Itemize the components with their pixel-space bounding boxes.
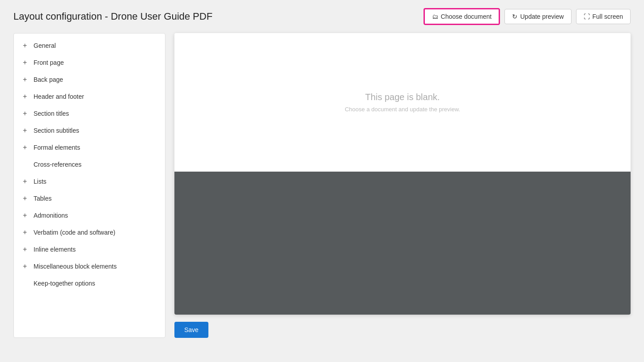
sidebar-item-back-page[interactable]: + Back page [14,71,165,88]
sidebar-item-label: Header and footer [34,93,84,100]
sidebar-item-formal-elements[interactable]: + Formal elements [14,139,165,156]
expand-icon: + [23,59,29,66]
page-header: Layout configuration - Drone User Guide … [0,0,644,33]
sidebar-item-label: Admonitions [34,212,68,219]
sidebar-item-inline-elements[interactable]: + Inline elements [14,241,165,258]
sidebar-item-label: Section subtitles [34,127,79,134]
sidebar-item-label: Verbatim (code and software) [34,229,115,236]
fullscreen-icon: ⛶ [584,13,590,20]
sidebar-item-misc-block[interactable]: + Miscellaneous block elements [14,258,165,275]
sidebar-item-label: Keep-together options [34,280,95,287]
sidebar-item-label: Tables [34,195,51,202]
fullscreen-button[interactable]: ⛶ Full screen [576,9,631,24]
refresh-icon: ↻ [512,13,517,20]
toolbar: 🗂 Choose document ↻ Update preview ⛶ Ful… [424,8,631,25]
expand-icon: + [23,212,29,219]
sidebar-item-cross-references[interactable]: Cross-references [14,156,165,173]
blank-subtitle: Choose a document and update the preview… [345,106,460,113]
sidebar-item-label: Cross-references [34,161,81,168]
folder-icon: 🗂 [432,13,438,20]
save-area: Save [174,315,631,338]
sidebar-item-label: General [34,42,56,49]
blank-title: This page is blank. [365,92,440,102]
sidebar-item-label: Lists [34,178,47,185]
sidebar-item-header-footer[interactable]: + Header and footer [14,88,165,105]
expand-icon: + [23,246,29,253]
sidebar-item-label: Miscellaneous block elements [34,263,117,270]
sidebar-item-label: Section titles [34,110,69,117]
expand-icon: + [23,144,29,151]
sidebar-item-front-page[interactable]: + Front page [14,54,165,71]
choose-document-button[interactable]: 🗂 Choose document [424,8,500,25]
save-button[interactable]: Save [174,322,208,338]
sidebar-item-tables[interactable]: + Tables [14,190,165,207]
sidebar-item-label: Front page [34,59,64,66]
sidebar-item-section-titles[interactable]: + Section titles [14,105,165,122]
preview-white-area: This page is blank. Choose a document an… [174,33,631,172]
sidebar-item-general[interactable]: + General [14,37,165,54]
expand-icon: + [23,110,29,117]
update-preview-button[interactable]: ↻ Update preview [504,9,571,24]
expand-icon: + [23,178,29,185]
preview-container: This page is blank. Choose a document an… [174,33,631,315]
sidebar-item-label: Inline elements [34,246,76,253]
sidebar-item-section-subtitles[interactable]: + Section subtitles [14,122,165,139]
sidebar-item-label: Back page [34,76,63,83]
expand-icon: + [23,42,29,49]
preview-area: This page is blank. Choose a document an… [174,33,631,338]
sidebar-item-admonitions[interactable]: + Admonitions [14,207,165,224]
page-title: Layout configuration - Drone User Guide … [13,11,212,22]
main-content: + General + Front page + Back page + Hea… [0,33,644,351]
expand-icon: + [23,195,29,202]
sidebar-item-verbatim[interactable]: + Verbatim (code and software) [14,224,165,241]
expand-icon: + [23,76,29,83]
sidebar-item-lists[interactable]: + Lists [14,173,165,190]
expand-icon: + [23,263,29,270]
sidebar-item-keep-together[interactable]: Keep-together options [14,275,165,292]
sidebar-item-label: Formal elements [34,144,80,151]
expand-icon: + [23,229,29,236]
expand-icon: + [23,127,29,134]
sidebar: + General + Front page + Back page + Hea… [13,33,165,338]
expand-icon: + [23,93,29,100]
preview-dark-area [174,172,631,315]
